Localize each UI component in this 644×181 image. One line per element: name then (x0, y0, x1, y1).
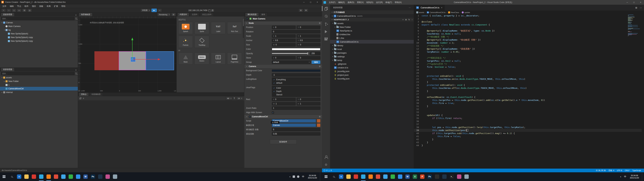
media-player-taskbar-icon[interactable] (104, 172, 111, 181)
file-row[interactable]: ▾assets (330, 22, 414, 25)
file-row[interactable]: TSNewSprite.ts (330, 29, 414, 32)
powerpoint-taskbar-icon[interactable]: P (418, 172, 426, 181)
vscode-menu-item[interactable]: 选择(S) (346, 0, 356, 5)
vscode-menu-item[interactable]: 终端(T) (384, 0, 393, 5)
code-line[interactable]: 26 } (414, 90, 644, 93)
copy-url-icon[interactable] (208, 10, 210, 11)
zoom-ratio-field[interactable]: 1 (272, 106, 320, 110)
touch-area-node-field[interactable]: Canvas (272, 124, 316, 127)
rect-w-field[interactable]: W1 (272, 102, 296, 106)
tree-row[interactable]: 1 (0, 83, 78, 87)
tree-row[interactable]: ▸internal (0, 90, 78, 94)
wechat-taskbar-icon[interactable] (67, 172, 74, 181)
split-editor-icon[interactable]: ⊞ (635, 6, 637, 9)
terminal-taskbar-icon[interactable]: >_ (448, 172, 456, 181)
rect-tool-button[interactable]: ▭ (17, 8, 22, 12)
code-line[interactable]: 7 touchArea: cc.Node = null; (414, 32, 644, 35)
new-file-icon[interactable]: + (402, 18, 404, 21)
notepad-taskbar-icon[interactable] (111, 172, 119, 181)
code-line[interactable]: 31 } (414, 105, 644, 108)
vscode-menu-item[interactable]: 运行(R) (375, 0, 384, 5)
photoshop-taskbar-icon[interactable]: Ps (426, 172, 433, 181)
rect-x-field[interactable]: X0 (272, 98, 296, 101)
code-line[interactable]: 33 (414, 111, 644, 114)
maximize-button[interactable]: □ (307, 0, 314, 4)
code-line[interactable]: 12 @property({ displayName: "插值系数" }) (414, 48, 644, 50)
lerp-ratio-field[interactable]: 0.05 (272, 132, 320, 136)
code-line[interactable]: 34 update(dt) { (414, 114, 644, 117)
widget-particle[interactable]: Particle (178, 36, 193, 48)
qq-taskbar-icon[interactable] (60, 172, 67, 181)
code-line[interactable]: 37 (414, 123, 644, 126)
ime-indicator[interactable]: 中 (301, 175, 305, 178)
code-editor[interactable]: 1const { ccclass, property } = cc._decor… (414, 14, 644, 168)
anchor-y-field[interactable]: Y0.5 (297, 39, 320, 42)
status-item[interactable]: CRLF (625, 170, 630, 172)
tray-icon[interactable] (293, 176, 295, 178)
rotate-tool-button[interactable]: ○ (6, 8, 11, 12)
taskbar-search-icon[interactable] (330, 172, 338, 181)
qq-taskbar-icon[interactable] (382, 172, 389, 181)
code-line[interactable]: 14 (414, 54, 644, 56)
vscode-taskbar-icon[interactable] (38, 172, 45, 181)
taskbar-search-icon[interactable] (8, 172, 16, 181)
checkbox[interactable]: ✓ (273, 78, 275, 81)
problems-indicator[interactable]: 0 △ 0 (324, 170, 332, 172)
play-button[interactable]: ▶ (152, 8, 157, 12)
opacity-field[interactable]: 255 (310, 52, 320, 55)
flag-option[interactable]: ✓Depth (273, 90, 319, 93)
code-line[interactable]: 43 } (414, 141, 644, 144)
clock[interactable]: 20:34:58 2021/11/20 (629, 174, 640, 179)
hidden-icons-icon[interactable]: ∧ (620, 176, 621, 178)
node-section-header[interactable]: ▾ Node ⚙ (244, 21, 322, 25)
rect-y-field[interactable]: Y0 (297, 98, 320, 101)
code-line[interactable]: 38 let pos = this.node.getPosition().ler… (414, 126, 644, 129)
tree-row[interactable]: New Sprite(Splash) copy (0, 39, 78, 43)
dingtalk-taskbar-icon[interactable] (396, 172, 404, 181)
file-explorer-taskbar-icon[interactable] (23, 172, 30, 181)
clock[interactable]: 20:34:58 2021/11/20 (307, 174, 318, 179)
show-desktop-button[interactable] (320, 172, 321, 181)
scene-viewport[interactable]: 使用鼠标左键拖拽平移视图, 滚轮缩放视图 00-1,000-50005001,0… (78, 16, 176, 92)
add-component-button[interactable]: 添加组件 (270, 140, 297, 144)
edit-script-button[interactable] (317, 119, 320, 122)
collapse-all-icon[interactable]: − (412, 18, 413, 21)
code-line[interactable]: 21 protected onEnable(): void { (414, 74, 644, 78)
tree-row[interactable]: ▾bg (0, 28, 78, 32)
maximize-button[interactable]: □ (630, 0, 637, 4)
cocos-menu-item[interactable]: 面板 (38, 4, 45, 8)
steam-taskbar-icon[interactable] (441, 172, 448, 181)
coord-toggle-button[interactable]: ◎ (27, 8, 32, 12)
console-output[interactable] (78, 100, 244, 168)
camera-section-header[interactable]: ▾ Camera ⚙ (244, 64, 322, 68)
scale-y-field[interactable]: Y1 (297, 34, 320, 38)
refresh-icon[interactable]: ↻ (408, 18, 410, 21)
flag-option[interactable]: ✓Everything (273, 78, 319, 81)
cocos-menu-item[interactable]: 项目 (30, 4, 38, 8)
position-y-field[interactable]: Y0 (297, 26, 320, 29)
breadcrumb-item[interactable]: NewClass (448, 12, 459, 14)
size-h-field[interactable]: H0 (297, 43, 320, 46)
widget-layout[interactable]: Layout (211, 52, 226, 64)
tree-row[interactable]: New Sprite(Splash) (0, 32, 78, 36)
code-line[interactable]: 42 } (414, 138, 644, 141)
widget-splash[interactable]: Splash (178, 22, 193, 34)
word-taskbar-icon[interactable]: W (82, 172, 89, 181)
code-line[interactable]: 19 (414, 68, 644, 72)
start-button[interactable] (0, 172, 8, 181)
code-line[interactable]: 11 /**插值系数 */ (414, 44, 644, 48)
cocos-menu-item[interactable]: 组件 (23, 4, 30, 8)
code-line[interactable]: 3@ccclass (414, 20, 644, 23)
media-player-taskbar-icon[interactable] (456, 172, 463, 181)
more-actions-icon[interactable]: ⋯ (640, 6, 642, 9)
explorer-icon[interactable] (322, 5, 330, 12)
size-w-field[interactable]: W0 (272, 43, 296, 46)
code-line[interactable]: 28 onTouchMove(e: cc.Event.EventTouch) { (414, 96, 644, 99)
code-line[interactable]: 4export default class NewClass extends c… (414, 23, 644, 26)
log-filter-dropdown[interactable]: All (226, 96, 232, 100)
file-row[interactable]: {}project.json (330, 73, 414, 77)
file-explorer-taskbar-icon[interactable] (345, 172, 352, 181)
tree-row[interactable]: Main Camera (0, 24, 78, 28)
clear-console-icon[interactable] (79, 97, 82, 100)
code-line[interactable]: 24 protected onDisable(): void { (414, 84, 644, 87)
